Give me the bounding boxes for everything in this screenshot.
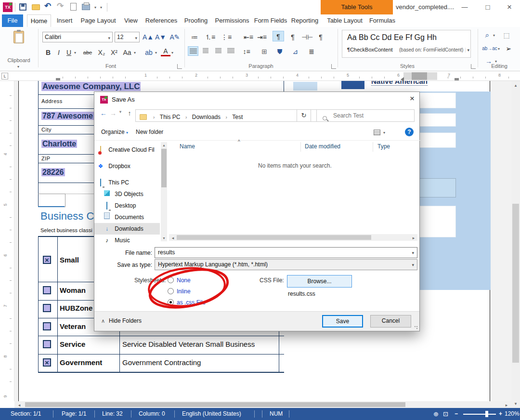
ltr-paragraph-icon[interactable]: ¶ — [273, 31, 284, 41]
new-folder-button[interactable]: New folder — [136, 129, 163, 135]
strikethrough-button[interactable]: abe — [81, 47, 94, 58]
shrink-font-icon[interactable]: A▼ — [155, 32, 166, 42]
sidebar-item-this-pc[interactable]: This PC — [97, 177, 159, 188]
zoom-slider-thumb[interactable] — [485, 411, 488, 417]
sidebar-scrollbar[interactable]: ▴ ▾ — [161, 142, 167, 241]
font-color-dropdown-icon[interactable]: ▾ — [171, 51, 173, 55]
print-icon[interactable] — [82, 2, 90, 10]
break-icon[interactable]: ⊣⊢ — [301, 32, 313, 42]
sidebar-item-3d-objects[interactable]: 3D Objects — [103, 188, 166, 200]
styles-dialog-launcher-icon[interactable] — [471, 64, 476, 69]
column-header-date-modified[interactable]: Date modified — [305, 143, 340, 150]
scroll-up-icon[interactable]: ▴ — [511, 83, 520, 88]
help-icon[interactable]: ? — [405, 128, 414, 136]
font-name-combobox[interactable]: Calibri▾ — [42, 32, 113, 42]
file-name-input[interactable]: results ▾ — [155, 247, 417, 258]
organize-menu[interactable]: Organize ▾ — [101, 129, 128, 135]
sort-ascending-icon[interactable]: ^ — [238, 139, 240, 144]
zoom-in-button[interactable]: + — [499, 408, 502, 420]
status-column[interactable]: Column: 0 — [139, 408, 165, 420]
crumb-test[interactable]: Test — [232, 114, 243, 120]
scroll-down-icon[interactable]: ▾ — [161, 236, 167, 240]
zoom-level[interactable]: 120% — [505, 408, 520, 420]
styles-gallery[interactable]: Aa Bb Cc Dd Ee Ff Gg Hh ¶CheckBoxContent… — [342, 30, 471, 58]
vertical-ruler[interactable]: 4 5 6 7 8 9 — [0, 81, 14, 401]
tab-formulas[interactable]: Formulas — [368, 14, 397, 27]
replace-dropdown-icon[interactable]: ▾ — [498, 47, 500, 51]
superscript-button[interactable]: X² — [109, 47, 119, 58]
bullets-icon[interactable]: ≔ — [189, 32, 200, 42]
highlight-icon[interactable]: ab — [143, 47, 155, 58]
checkbox-veteran[interactable] — [43, 322, 51, 330]
underline-dropdown-icon[interactable]: ▾ — [74, 51, 76, 55]
vertical-scroll-thumb[interactable] — [512, 204, 519, 363]
browse-button[interactable]: Browse... — [287, 275, 352, 288]
tab-file[interactable]: File — [2, 14, 23, 27]
sidebar-scroll-thumb[interactable] — [161, 149, 167, 187]
save-type-select[interactable]: Hypertext Markup Language (*.htm, *.html… — [155, 259, 417, 270]
hide-folders-button[interactable]: Hide Folders — [109, 317, 142, 324]
qat-customize-icon[interactable]: ▾ — [100, 5, 102, 10]
tab-home[interactable]: Home — [27, 14, 51, 27]
checkbox-service[interactable] — [43, 340, 51, 348]
scroll-right-icon[interactable]: ▸ — [504, 403, 509, 407]
radio-inline[interactable] — [168, 288, 174, 294]
scroll-up-icon[interactable]: ▴ — [161, 143, 167, 147]
increase-indent-icon[interactable]: ⇥≡ — [256, 32, 268, 42]
bold-button[interactable]: B — [43, 47, 53, 58]
redo-icon[interactable]: ↷ — [57, 1, 64, 11]
sidebar-item-dropbox[interactable]: ❖ Dropbox — [97, 160, 159, 172]
fit-page-icon[interactable]: ⊕ — [433, 408, 439, 420]
save-icon[interactable] — [19, 3, 26, 11]
radio-css-file-label[interactable]: as .css File — [177, 299, 206, 306]
shading-icon[interactable]: ⛊ — [274, 46, 285, 57]
sidebar-item-creative-cloud[interactable]: Creative Cloud Fil — [97, 144, 159, 156]
scroll-left-icon[interactable]: ◂ — [16, 403, 22, 407]
radio-none[interactable] — [168, 277, 174, 283]
find-icon[interactable]: ⌕ — [482, 30, 492, 40]
replace-icon[interactable]: ab→ac — [481, 43, 498, 54]
status-section[interactable]: Section: 1/1 — [11, 408, 41, 420]
save-button[interactable]: Save — [322, 315, 363, 328]
sidebar-item-music[interactable]: ♪ Music — [103, 235, 166, 246]
grow-font-icon[interactable]: A▲ — [143, 32, 153, 42]
border-color-icon[interactable]: ⊿ — [290, 46, 300, 57]
close-button[interactable]: × — [502, 0, 517, 14]
fit-width-icon[interactable]: ⊡ — [443, 408, 448, 420]
column-header-name[interactable]: Name — [180, 143, 195, 150]
refresh-button[interactable]: ↻ — [297, 109, 311, 122]
dialog-close-icon[interactable]: × — [410, 94, 415, 104]
nav-forward-icon[interactable]: → — [109, 109, 117, 117]
right-indent-marker[interactable] — [455, 78, 459, 80]
horizontal-ruler[interactable]: L 12 34 56 78 — [0, 71, 520, 81]
file-name-dropdown-icon[interactable]: ▾ — [412, 250, 414, 255]
font-color-icon[interactable]: A — [161, 47, 170, 56]
list-horizontal-scrollbar[interactable]: ◂ ▸ — [169, 234, 417, 241]
clipboard-dropdown-icon[interactable]: ▾ — [17, 65, 19, 69]
horizontal-scrollbar[interactable]: ◂ ▸ — [14, 401, 511, 408]
numbering-icon[interactable]: ⒈≡ — [204, 32, 216, 42]
nav-back-icon[interactable]: ← — [99, 109, 108, 117]
sidebar-item-desktop[interactable]: Desktop — [103, 200, 166, 211]
multilevel-list-icon[interactable]: ⋮≡ — [221, 32, 232, 42]
crumb-this-pc[interactable]: This PC — [160, 114, 181, 120]
borders-icon[interactable]: ⊞ — [259, 46, 270, 57]
zoom-slider[interactable] — [463, 414, 496, 415]
radio-inline-label[interactable]: Inline — [177, 288, 191, 295]
font-dialog-launcher-icon[interactable] — [177, 64, 182, 69]
align-left-icon[interactable] — [188, 46, 198, 56]
open-icon[interactable] — [32, 2, 40, 10]
subscript-button[interactable]: X₂ — [96, 47, 107, 58]
sidebar-item-downloads[interactable]: ↓ Downloads — [94, 223, 160, 235]
column-header-type[interactable]: Type — [377, 143, 390, 150]
checkbox-woman[interactable] — [43, 286, 51, 294]
tab-references[interactable]: References — [143, 14, 179, 27]
checkbox-government[interactable]: × — [43, 358, 51, 367]
styles-more-icon[interactable]: ▾ — [465, 48, 469, 52]
align-center-icon[interactable] — [200, 46, 211, 56]
clear-formatting-icon[interactable]: A✎ — [169, 32, 180, 42]
line-style-icon[interactable]: ≣ — [306, 46, 317, 57]
maximize-button[interactable]: □ — [481, 0, 495, 14]
tab-insert[interactable]: Insert — [53, 14, 76, 27]
nav-up-icon[interactable]: ↑ — [125, 109, 134, 117]
